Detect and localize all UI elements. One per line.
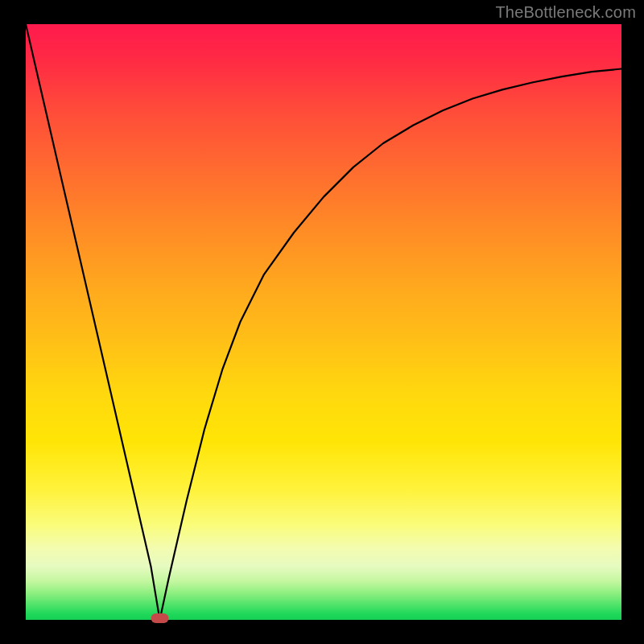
- watermark-text: TheBottleneck.com: [495, 3, 636, 22]
- bottleneck-curve: [26, 24, 621, 620]
- chart-frame: TheBottleneck.com: [0, 0, 644, 644]
- plot-area: [26, 24, 621, 620]
- chart-svg: [26, 24, 621, 620]
- minimum-marker: [151, 613, 169, 623]
